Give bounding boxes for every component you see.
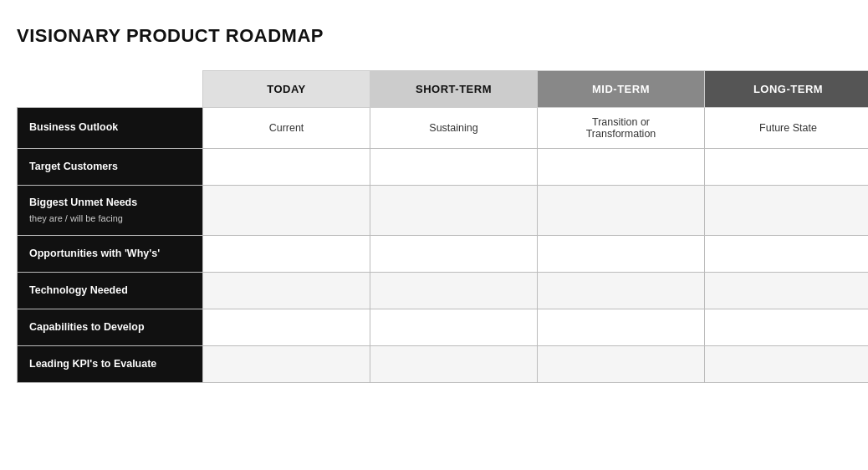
header-mid-term: MID-TERM [538,71,705,108]
row-label-opportunities: Opportunities with 'Why's' [29,248,160,259]
cell-unmet-short_term[interactable] [370,186,538,236]
cell-kpi-long_term[interactable] [705,345,869,382]
cell-capabilities-short_term[interactable] [370,309,538,345]
label-cell-capabilities: Capabilities to Develop [18,309,203,345]
cell-target-mid_term[interactable] [538,149,705,186]
cell-business-today[interactable]: Current [203,108,370,149]
cell-kpi-short_term[interactable] [370,345,538,382]
header-long-term: LONG-TERM [705,71,869,108]
cell-business-long_term[interactable]: Future State [705,108,869,149]
cell-capabilities-today[interactable] [203,309,370,345]
row-label-business: Business Outlook [29,121,118,133]
cell-technology-short_term[interactable] [370,272,538,309]
label-cell-target: Target Customers [18,149,203,186]
row-label-kpi: Leading KPI's to Evaluate [29,358,156,370]
cell-target-short_term[interactable] [370,149,538,186]
cell-kpi-today[interactable] [203,345,370,382]
cell-capabilities-long_term[interactable] [705,309,869,345]
label-cell-opportunities: Opportunities with 'Why's' [18,235,203,272]
row-label-technology: Technology Needed [29,284,128,296]
roadmap-table: TODAY SHORT-TERM MID-TERM LONG-TERM Busi… [17,70,868,383]
cell-opportunities-short_term[interactable] [370,235,538,272]
cell-unmet-today[interactable] [203,186,370,236]
cell-opportunities-long_term[interactable] [705,235,869,272]
table-row-opportunities: Opportunities with 'Why's' [18,235,869,272]
table-row-business: Business OutlookCurrentSustainingTransit… [18,108,869,149]
cell-target-today[interactable] [203,149,370,186]
cell-technology-mid_term[interactable] [538,272,705,309]
row-sublabel-unmet: they are / will be facing [29,212,191,225]
cell-opportunities-today[interactable] [203,235,370,272]
cell-unmet-mid_term[interactable] [538,186,705,236]
table-row-capabilities: Capabilities to Develop [18,309,869,345]
table-row-kpi: Leading KPI's to Evaluate [18,345,869,382]
label-cell-kpi: Leading KPI's to Evaluate [18,345,203,382]
row-label-target: Target Customers [29,161,118,172]
header-row: TODAY SHORT-TERM MID-TERM LONG-TERM [18,71,869,108]
table-row-technology: Technology Needed [18,272,869,309]
page-title: VISIONARY PRODUCT ROADMAP [17,25,851,47]
cell-target-long_term[interactable] [705,149,869,186]
cell-business-short_term[interactable]: Sustaining [370,108,538,149]
cell-kpi-mid_term[interactable] [538,345,705,382]
row-label-unmet: Biggest Unmet Needs [29,197,137,208]
table-row-unmet: Biggest Unmet Needsthey are / will be fa… [18,186,869,236]
cell-opportunities-mid_term[interactable] [538,235,705,272]
row-label-capabilities: Capabilities to Develop [29,321,145,333]
cell-business-mid_term[interactable]: Transition orTransformation [538,108,705,149]
header-label-empty [18,71,203,108]
header-short-term: SHORT-TERM [370,71,538,108]
label-cell-technology: Technology Needed [18,272,203,309]
header-today: TODAY [203,71,370,108]
cell-capabilities-mid_term[interactable] [538,309,705,345]
label-cell-unmet: Biggest Unmet Needsthey are / will be fa… [18,186,203,236]
table-row-target: Target Customers [18,149,869,186]
cell-unmet-long_term[interactable] [705,186,869,236]
cell-technology-today[interactable] [203,272,370,309]
label-cell-business: Business Outlook [18,108,203,149]
cell-technology-long_term[interactable] [705,272,869,309]
